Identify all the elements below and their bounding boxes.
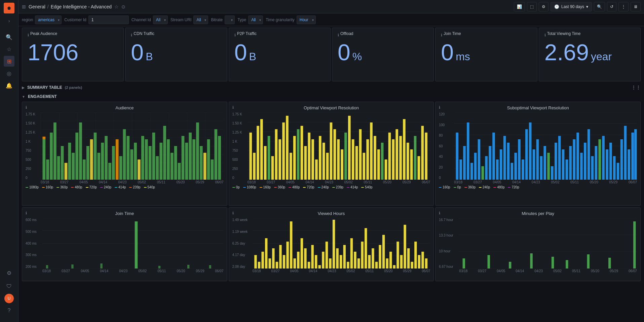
type-select[interactable]: All	[248, 15, 263, 24]
summary-table-panels: (2 panels)	[65, 85, 82, 90]
optimal-x-axis: 03/18 03/27 04/05 04/14 04/23 05/02 05/1…	[248, 180, 430, 184]
svg-rect-19	[90, 139, 93, 180]
svg-rect-23	[105, 136, 108, 180]
svg-rect-156	[588, 129, 590, 180]
summary-table-label: SUMMARY TABLE	[27, 85, 62, 90]
offload-number: 0	[338, 41, 350, 64]
breadcrumb-general[interactable]: General	[29, 4, 45, 9]
svg-rect-86	[330, 122, 332, 180]
sidebar-item-bell[interactable]: 🔔	[4, 80, 14, 91]
stat-label-join: Join Time	[444, 31, 461, 36]
breadcrumb-sub[interactable]: Edge Intelligence - Advanced	[51, 4, 112, 9]
chart-type-button[interactable]: 📊	[514, 2, 525, 11]
svg-rect-98	[374, 136, 376, 180]
bitrate-select[interactable]	[225, 15, 235, 24]
svg-rect-17	[83, 159, 86, 180]
info-icon-offload: ℹ	[338, 33, 339, 37]
svg-rect-179	[158, 266, 160, 269]
sidebar-item-star[interactable]: ☆	[4, 44, 14, 55]
menu-button[interactable]: ⋮	[618, 2, 629, 11]
sidebar-collapse-btn[interactable]: ›	[4, 16, 14, 26]
suboptimal-chart-area: 120 100 80 60 40 20 0	[454, 112, 637, 180]
stat-label-cdn: CDN Traffic	[134, 31, 154, 36]
optimal-chart-svg	[248, 112, 430, 180]
svg-rect-168	[632, 133, 634, 180]
summary-table-header[interactable]: ▶ SUMMARY TABLE (2 panels) ⋮⋮	[22, 83, 641, 92]
svg-rect-207	[325, 242, 328, 269]
sidebar-item-settings[interactable]: ⚙	[4, 267, 14, 278]
svg-rect-158	[595, 146, 598, 180]
sidebar-item-grid[interactable]: ⊞	[4, 56, 14, 67]
viewing-number: 2.69	[544, 41, 589, 64]
stat-label-offload: Offload	[340, 31, 353, 36]
svg-rect-224	[386, 258, 388, 269]
svg-rect-129	[489, 146, 492, 180]
svg-rect-13	[68, 143, 71, 180]
svg-rect-200	[300, 238, 303, 269]
chart-panel-minutes-per-play: ℹ Minutes per Play 16.7 hour 13.3 hour 1…	[435, 207, 641, 281]
svg-rect-30	[130, 149, 133, 180]
stream-uri-select[interactable]: All	[193, 15, 208, 24]
zoom-out-button[interactable]: 🔍	[594, 2, 605, 11]
time-granularity-filter: Time granularity Hour	[266, 15, 316, 24]
svg-rect-7	[46, 159, 49, 180]
settings-button[interactable]: ⚙	[539, 2, 548, 11]
svg-rect-191	[268, 258, 271, 269]
svg-rect-70	[271, 156, 274, 180]
svg-rect-137	[518, 139, 521, 180]
time-granularity-select[interactable]: Hour	[297, 15, 316, 24]
svg-rect-46	[189, 133, 192, 180]
svg-rect-157	[591, 156, 594, 180]
minutes-per-play-y-axis: 16.7 hour 13.3 hour 10 hour 6.67 hour	[439, 218, 458, 269]
svg-rect-72	[278, 139, 281, 180]
channel-id-select[interactable]: All	[153, 15, 168, 24]
svg-rect-140	[529, 122, 532, 180]
channel-id-label: Channel Id	[131, 17, 151, 22]
svg-rect-206	[322, 252, 324, 269]
svg-rect-67	[260, 119, 263, 180]
chart-panel-suboptimal-viewport: ℹ Suboptimal Viewport Resolution 120 100…	[435, 102, 641, 206]
svg-rect-108	[410, 149, 413, 180]
svg-rect-146	[551, 166, 554, 180]
customer-id-input[interactable]	[88, 15, 129, 24]
svg-rect-107	[407, 143, 409, 180]
engagement-header[interactable]: ▼ ENGAGEMENT	[22, 93, 641, 100]
svg-rect-187	[254, 255, 257, 269]
chart-panel-optimal-viewport: ℹ Optimal Viewport Resolution 1.75 K 1.5…	[229, 102, 434, 206]
svg-rect-32	[138, 159, 141, 180]
star-icon[interactable]: ☆	[114, 4, 119, 9]
svg-rect-161	[606, 149, 609, 180]
region-select[interactable]: americas	[35, 15, 62, 24]
sidebar-item-shield[interactable]: 🛡	[4, 281, 14, 292]
sidebar-item-help[interactable]: ?	[4, 305, 14, 316]
svg-rect-73	[282, 122, 285, 180]
svg-rect-241	[488, 255, 490, 269]
sidebar-item-compass[interactable]: ◎	[4, 68, 14, 79]
time-range-picker[interactable]: 🕐 Last 90 days ▾	[551, 2, 592, 11]
svg-rect-227	[396, 242, 399, 269]
join-number: 0	[441, 41, 454, 64]
audience-chart-title: Audience	[26, 105, 224, 110]
sidebar-item-search[interactable]: 🔍	[4, 32, 14, 42]
svg-rect-192	[272, 248, 274, 269]
svg-rect-226	[393, 265, 395, 269]
svg-rect-234	[421, 252, 424, 269]
refresh-button[interactable]: ↺	[607, 2, 616, 11]
stat-panel-cdn: ℹ CDN Traffic 0 B	[125, 28, 227, 81]
svg-rect-247	[608, 258, 611, 269]
join-unit: ms	[456, 51, 470, 62]
tv-button[interactable]: 🖥	[631, 2, 641, 11]
export-button[interactable]: ⬚	[527, 2, 537, 11]
svg-rect-189	[261, 252, 264, 269]
svg-rect-152	[573, 139, 576, 180]
user-avatar[interactable]: U	[4, 294, 14, 303]
svg-rect-96	[366, 139, 369, 180]
svg-rect-151	[569, 146, 572, 180]
svg-rect-164	[617, 163, 619, 180]
stat-panel-offload: ℹ Offload 0 %	[332, 28, 434, 81]
svg-rect-65	[253, 153, 256, 180]
svg-rect-178	[100, 263, 102, 269]
channel-id-filter: Channel Id All	[131, 15, 168, 24]
share-icon[interactable]: ⊙	[121, 4, 125, 9]
svg-rect-50	[203, 153, 206, 180]
